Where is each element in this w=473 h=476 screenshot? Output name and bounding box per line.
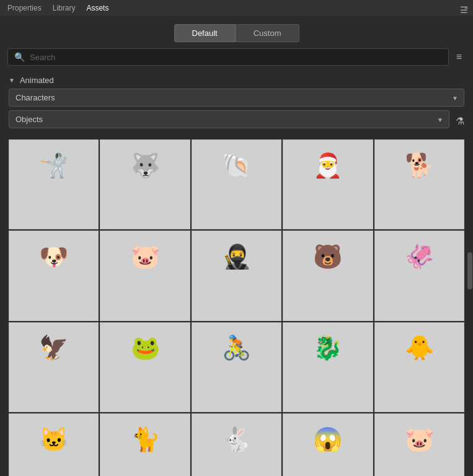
- asset-emoji: 🐶: [23, 245, 85, 307]
- asset-emoji: 🎅: [297, 154, 359, 216]
- dropdowns-area: Characters Animals Fantasy Robots Object…: [0, 89, 473, 137]
- asset-cell[interactable]: 🐇: [192, 413, 281, 476]
- asset-emoji: 🐷: [114, 245, 176, 307]
- main-content: ▼ Animated Characters Animals Fantasy Ro…: [0, 72, 473, 476]
- asset-cell[interactable]: 🥷: [192, 231, 281, 320]
- asset-emoji: 🐥: [388, 336, 450, 398]
- asset-cell[interactable]: 🦑: [374, 231, 464, 320]
- assets-tab[interactable]: Assets: [86, 4, 108, 12]
- asset-cell[interactable]: 🐷: [100, 231, 190, 320]
- filter-icon[interactable]: ⚗: [456, 115, 464, 127]
- asset-emoji: 🐷: [388, 428, 450, 476]
- asset-emoji: 🥷: [205, 245, 267, 307]
- asset-cell[interactable]: 🐸: [100, 322, 190, 412]
- asset-emoji: 🐻: [297, 245, 359, 307]
- asset-emoji: 🐉: [297, 336, 359, 398]
- default-toggle[interactable]: Default: [174, 24, 236, 42]
- custom-toggle[interactable]: Custom: [236, 24, 299, 42]
- objects-dropdown[interactable]: Objects Vehicles Food Buildings: [9, 110, 449, 128]
- objects-dropdown-wrapper: Objects Vehicles Food Buildings: [9, 110, 449, 128]
- asset-cell[interactable]: 🐚: [192, 139, 281, 229]
- toggle-row: Default Custom: [0, 17, 473, 48]
- search-input[interactable]: [30, 53, 442, 62]
- asset-emoji: 🐱: [23, 428, 85, 476]
- asset-emoji: 🐸: [114, 336, 176, 398]
- asset-emoji: 🐈: [114, 428, 176, 476]
- properties-tab[interactable]: Properties: [7, 4, 42, 12]
- asset-cell[interactable]: 🐻: [283, 231, 373, 320]
- scroll-thumb: [467, 252, 472, 289]
- asset-grid: 🤺🐺🐚🎅🐕🐶🐷🥷🐻🦑🦅🐸🚴🐉🐥🐱🐈🐇😱🐷: [9, 139, 464, 476]
- asset-emoji: 🐺: [114, 154, 176, 216]
- asset-emoji: 🤺: [23, 154, 85, 216]
- asset-emoji: 😱: [297, 428, 359, 476]
- asset-grid-area: 🤺🐺🐚🎅🐕🐶🐷🥷🐻🦑🦅🐸🚴🐉🐥🐱🐈🐇😱🐷: [0, 137, 473, 476]
- asset-cell[interactable]: 🐱: [9, 413, 99, 476]
- top-nav: Properties Library Assets » ☰: [0, 0, 473, 17]
- scroll-track[interactable]: [467, 252, 473, 476]
- characters-dropdown-wrapper: Characters Animals Fantasy Robots: [9, 89, 464, 107]
- asset-emoji: 🦅: [23, 336, 85, 398]
- animated-section-label: Animated: [20, 76, 54, 85]
- asset-emoji: 🐇: [205, 428, 267, 476]
- animated-section-header[interactable]: ▼ Animated: [0, 72, 473, 89]
- asset-emoji: 🐚: [205, 154, 267, 216]
- asset-cell[interactable]: 🚴: [192, 322, 281, 412]
- asset-emoji: 🚴: [205, 336, 267, 398]
- asset-cell[interactable]: 🤺: [9, 139, 99, 229]
- asset-cell[interactable]: 🐕: [374, 139, 464, 229]
- search-row: 🔍 ≡: [0, 48, 473, 72]
- characters-dropdown[interactable]: Characters Animals Fantasy Robots: [9, 89, 464, 107]
- library-tab[interactable]: Library: [53, 4, 76, 12]
- asset-emoji: 🐕: [388, 154, 450, 216]
- asset-cell[interactable]: 🐥: [374, 322, 464, 412]
- list-view-icon[interactable]: ≡: [453, 49, 466, 65]
- asset-cell[interactable]: 🦅: [9, 322, 99, 412]
- asset-cell[interactable]: 🐶: [9, 231, 99, 320]
- search-box: 🔍: [7, 48, 449, 66]
- asset-emoji: 🦑: [388, 245, 450, 307]
- asset-cell[interactable]: 🐷: [374, 413, 464, 476]
- asset-cell[interactable]: 🎅: [283, 139, 373, 229]
- asset-cell[interactable]: 🐈: [100, 413, 190, 476]
- objects-row: Objects Vehicles Food Buildings ⚗: [9, 110, 464, 132]
- asset-cell[interactable]: 🐺: [100, 139, 190, 229]
- asset-cell[interactable]: 🐉: [283, 322, 373, 412]
- asset-cell[interactable]: 😱: [283, 413, 373, 476]
- search-icon: 🔍: [14, 52, 25, 62]
- animated-chevron-icon: ▼: [9, 77, 15, 84]
- menu-icon[interactable]: ☰: [460, 5, 468, 15]
